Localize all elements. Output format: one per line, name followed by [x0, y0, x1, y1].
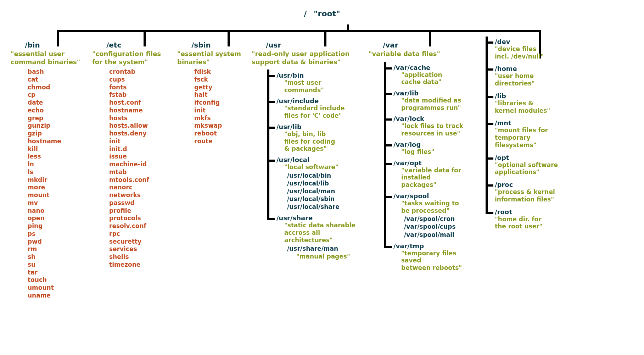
file-item: reboot [194, 130, 245, 138]
file-item: su [28, 261, 85, 269]
subdir-child: /usr/local/man [287, 187, 362, 195]
subtree: /usr/bin"most user commands"/usr/include… [267, 70, 362, 262]
subdir: /var/log"log files" [393, 139, 468, 157]
file-item: fdisk [194, 68, 245, 76]
subdir-name: /opt [495, 154, 560, 161]
subdir-name: /usr/lib [276, 123, 362, 131]
dir-desc: "configuration files for the system" [92, 50, 170, 66]
subdir-name: /usr/bin [276, 72, 362, 79]
subdir-desc: "variable data for installed packages" [393, 167, 468, 189]
subdir: /var/cache"application cache data" [393, 62, 468, 87]
file-item: touch [28, 276, 85, 284]
subdir-child: /usr/share/man [287, 245, 362, 253]
subdir-desc: "user home directories" [495, 72, 560, 87]
file-item: kill [28, 145, 85, 153]
right-subdir: /mnt"mount files for temporary filesyste… [495, 118, 560, 152]
subdir-name: /usr/share [276, 214, 362, 222]
file-list: fdiskfsckgettyhaltifconfiginitmkfsmkswap… [177, 68, 245, 145]
subdir: /var/lock"lock files to track resources … [393, 113, 468, 138]
file-item: mount [28, 192, 85, 199]
subdir-name: /mnt [495, 119, 560, 127]
subdir-desc: "optional software applications" [495, 161, 560, 176]
subdir: /usr/local"local software"/usr/local/bin… [276, 154, 362, 212]
file-item: crontab [109, 68, 170, 76]
subdir-child: /usr/local/share [287, 203, 362, 211]
subdir-name: /lib [495, 92, 560, 100]
file-item: date [28, 99, 85, 107]
file-item: grep [28, 115, 85, 122]
file-item: more [28, 184, 85, 192]
file-item: hosts.allow [109, 122, 170, 130]
subdir-name: /var/lock [393, 115, 468, 122]
root-tick [347, 24, 349, 30]
file-item: route [194, 138, 245, 145]
file-item: timezone [109, 261, 170, 269]
file-item: chmod [28, 84, 85, 91]
dir-desc: "essential user command binaries" [11, 50, 85, 66]
file-item: machine-id [109, 161, 170, 168]
file-item: ifconfig [194, 99, 245, 107]
file-item: rm [28, 245, 85, 253]
subdir-desc: "process & kernel information files" [495, 188, 560, 203]
file-item: fstab [109, 91, 170, 99]
file-item: hostname [28, 138, 85, 145]
right-subdir: /home"user home directories" [495, 63, 560, 90]
file-list: bashcatchmodcpdateechogrepgunzipgziphost… [11, 68, 85, 300]
file-item: fonts [109, 84, 170, 91]
subdir-desc: "most user commands" [276, 79, 362, 94]
subdir-children: /usr/local/bin/usr/local/lib/usr/local/m… [276, 172, 362, 211]
file-item: services [109, 245, 170, 253]
file-item: shells [109, 253, 170, 261]
right-subdir: /dev"device files incl. /dev/null" [495, 37, 560, 63]
subdir-desc: "lock files to track resources in use" [393, 122, 468, 137]
subdir-children: /var/spool/cron/var/spool/cups/var/spool… [393, 215, 468, 238]
root-desc: "root" [314, 9, 340, 18]
subdir-child: /var/spool/cups [404, 223, 468, 231]
file-item: pwd [28, 238, 85, 246]
file-item: init [109, 138, 170, 145]
subdir-desc: "standard include files for 'C' code" [276, 105, 362, 119]
subdir-desc: "tasks waiting to be processed" [393, 200, 468, 214]
dir-desc: "essential system binaries" [177, 50, 245, 66]
file-item: hosts.deny [109, 130, 170, 138]
file-item: rpc [109, 230, 170, 238]
dir-column: /sbin"essential system binaries"fdiskfsc… [174, 41, 248, 145]
file-item: networks [109, 192, 170, 199]
file-item: issue [109, 153, 170, 161]
right-subdir: /proc"process & kernel information files… [495, 179, 560, 206]
root-horizontal-connector [57, 30, 541, 32]
file-item: getty [194, 84, 245, 91]
dir-column: /var"variable data files"/var/cache"appl… [365, 41, 471, 273]
file-item: mkfs [194, 115, 245, 122]
file-item: cp [28, 91, 85, 99]
file-item: ln [28, 161, 85, 168]
subdir-desc: "obj, bin, lib files for coding & packag… [276, 131, 362, 152]
file-item: mkswap [194, 122, 245, 130]
subdir-child-desc: "manual pages" [287, 253, 362, 260]
subtree: /var/cache"application cache data"/var/l… [384, 62, 468, 273]
subdir-child: /usr/local/lib [287, 179, 362, 187]
file-item: ps [28, 230, 85, 238]
subdir-desc: "libraries & kernel modules" [495, 100, 560, 114]
file-item: ping [28, 222, 85, 230]
file-item: nano [28, 207, 85, 215]
subdir: /var/spool"tasks waiting to be processed… [393, 190, 468, 240]
dir-name: /usr [252, 41, 362, 49]
subdir-desc: "device files incl. /dev/null" [495, 45, 560, 60]
subdir-desc: "log files" [393, 148, 468, 156]
right-subdir: /lib"libraries & kernel modules" [495, 91, 560, 118]
right-subtree: /dev"device files incl. /dev/null"/home"… [486, 37, 560, 234]
file-item: protocols [109, 215, 170, 222]
subdir-desc: "application cache data" [393, 71, 468, 86]
subdir-name: /var/lib [393, 89, 468, 97]
file-item: resolv.conf [109, 222, 170, 230]
root-path: / [304, 9, 307, 18]
subdir-name: /var/cache [393, 64, 468, 71]
file-item: passwd [109, 199, 170, 207]
subdir: /usr/lib"obj, bin, lib files for coding … [276, 121, 362, 154]
dir-column: /bin"essential user command binaries"bas… [7, 41, 89, 300]
subdir-desc: "static data sharable accross all archit… [276, 222, 362, 244]
file-item: gunzip [28, 122, 85, 130]
file-item: mkdir [28, 176, 85, 184]
subdir: /usr/share"static data sharable accross … [276, 212, 362, 261]
